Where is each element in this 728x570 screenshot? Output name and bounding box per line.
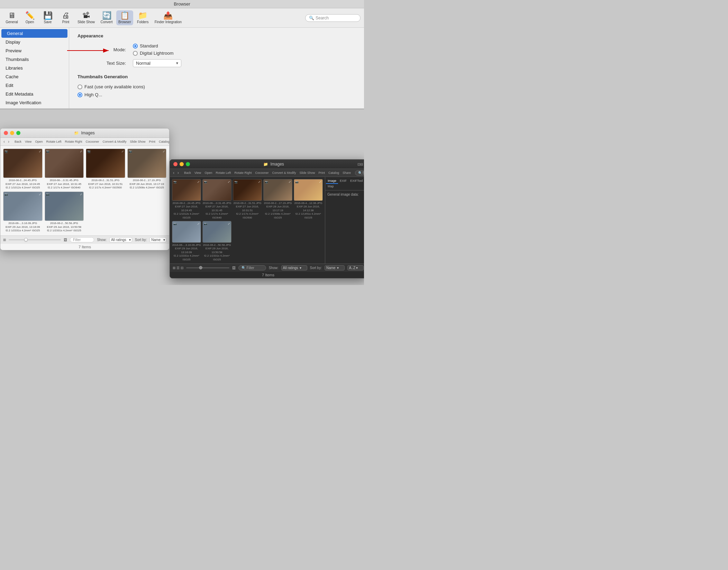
dark-photo-cell-1[interactable]: 📷 ⤢ 2016-06-2...24.45.JPGEXIF:27 Jun 201… — [172, 179, 201, 220]
dark-photo-cell-2[interactable]: 📷 ⤢ 2016-06-...0.31.45.JPGEXIF:27 Jun 20… — [202, 179, 231, 220]
dark-search-box[interactable]: 🔍 Search — [355, 170, 364, 176]
sidebar-item-libraries[interactable]: Libraries — [0, 64, 69, 72]
toolbar-print-d[interactable]: Print — [317, 170, 327, 175]
toolbar-cocooner[interactable]: Cocooner — [84, 139, 100, 144]
toolbar-view-d[interactable]: View — [193, 170, 202, 175]
dark-photo-cell-4[interactable]: 📷 ⤢ 2016-06-2...17.19.JPGEXIF:28 Jun 201… — [263, 179, 292, 220]
radio-digital-lightroom[interactable]: Digital Lightroom — [133, 51, 174, 56]
photo-cell-5[interactable]: 📷 ⤢ 2016-06-...3.16.09.JPGEXIF:29 Jun 20… — [3, 192, 43, 232]
cam-icon-d5: 📷 — [295, 180, 299, 184]
sort-label-l: Sort by: — [135, 238, 147, 242]
toolbar-folders[interactable]: 📁 Folders — [135, 10, 151, 25]
toolbar-convert-modify[interactable]: Convert & Modify — [101, 139, 128, 144]
toolbar-open[interactable]: ✏️ Open — [21, 10, 38, 25]
dark-photo-cell-7[interactable]: 📷 ⤢ 2016-06-2...50.58.JPGEXIF:29 Jun 201… — [202, 221, 231, 261]
toolbar-open-l[interactable]: Open — [34, 139, 44, 144]
sidebar-item-preview[interactable]: Preview — [0, 46, 69, 55]
toolbar-open-d[interactable]: Open — [203, 170, 213, 175]
view-mode-icons: ⊞ ☰ ⊟ — [173, 266, 183, 270]
toolbar-general[interactable]: 🖥 General — [3, 10, 20, 25]
photo-cell-1[interactable]: 📷 ⤢ 2016-06-2...24.45.JPGEXIF:27 Jun 201… — [3, 149, 43, 189]
toolbar-convert[interactable]: 🔄 Convert — [98, 10, 115, 25]
text-size-select[interactable]: Normal ▼ — [133, 59, 181, 67]
toolbar-rotate-left-d[interactable]: Rotate Left — [214, 170, 232, 175]
sidebar-item-cache[interactable]: Cache — [0, 72, 69, 81]
thumb-hq-option[interactable]: High Q... — [78, 92, 356, 97]
toolbar-finder[interactable]: 📤 Finder Integration — [153, 10, 184, 25]
back-nav-icon-dark[interactable]: ‹ — [172, 170, 175, 176]
toolbar-back[interactable]: Back — [13, 139, 23, 144]
toolbar-print-l[interactable]: Print — [148, 139, 157, 144]
zoom-thumb-dark — [199, 266, 202, 269]
toolbar-rotate-right-d[interactable]: Rotate Right — [233, 170, 253, 175]
slideshow-label: Slide Show — [78, 20, 95, 24]
thumb-hq-label: High Q... — [84, 92, 102, 97]
toolbar-slideshow-d[interactable]: Slide Show — [298, 170, 317, 175]
toolbar-share-d[interactable]: Share — [341, 170, 352, 175]
tab-exif[interactable]: EXIF — [338, 178, 348, 184]
minimize-btn-light[interactable] — [10, 131, 14, 135]
forward-nav-icon-dark[interactable]: › — [176, 170, 180, 176]
appearance-title: Appearance — [78, 33, 356, 38]
close-btn-dark[interactable] — [173, 162, 178, 166]
cam-icon-d2: 📷 — [204, 180, 207, 184]
folders-icon: 📁 — [138, 12, 147, 19]
show-dropdown-d[interactable]: All ratings ▾ — [281, 265, 307, 270]
tab-map[interactable]: Map — [326, 184, 336, 189]
photo-cell-4[interactable]: 📷 ⤢ 2016-06-2...17.19.JPGEXIF:28 Jun 201… — [127, 149, 167, 189]
filter-box-light[interactable]: Filter — [70, 237, 94, 242]
expand-icon-5: ⤢ — [39, 193, 41, 196]
toolbar-view[interactable]: View — [24, 139, 33, 144]
toolbar-print[interactable]: 🖨 Print — [57, 10, 74, 25]
toolbar-rotate-left[interactable]: Rotate Left — [45, 139, 63, 144]
settings-main: Appearance Mode: — [69, 28, 364, 108]
expand-icon-d2: ⤢ — [228, 180, 230, 184]
tab-exiftool[interactable]: EXIFTool — [348, 178, 364, 184]
zoom-slider-dark[interactable] — [186, 267, 229, 268]
filter-box-dark[interactable]: 🔍 Filter — [238, 265, 266, 270]
expand-icon-d3: ⤢ — [258, 180, 261, 184]
sidebar-item-edit-metadata[interactable]: Edit Metadata — [0, 90, 69, 98]
toolbar-convert-modify-d[interactable]: Convert & Modify — [271, 170, 298, 175]
photo-cell-3[interactable]: 📷 ⤢ 2016-06-2...31.51.JPGEXIF:27 Jun 201… — [86, 149, 125, 189]
top-search-box[interactable]: 🔍 Search — [305, 14, 361, 22]
photo-cell-2[interactable]: 📷 ⤢ 2016-06-...0.31.45.JPGEXIF:27 Jun 20… — [45, 149, 84, 189]
expand-icon-d1: ⤢ — [197, 180, 200, 184]
maximize-btn-dark[interactable] — [186, 162, 190, 166]
sort-dropdown-d[interactable]: Name ▾ — [325, 265, 345, 270]
sidebar-item-display[interactable]: Display — [0, 38, 69, 46]
toolbar-slideshow[interactable]: 📽 Slide Show — [75, 10, 97, 25]
toolbar-slideshow-l[interactable]: Slide Show — [129, 139, 147, 144]
dark-photo-cell-6[interactable]: 📷 ⤢ 2016-06-...3.16.09.JPGEXIF:29 Jun 20… — [172, 221, 201, 261]
thumb-fast-option[interactable]: Fast (use only available icons) — [78, 84, 356, 89]
tab-image[interactable]: Image — [326, 178, 338, 184]
show-dropdown-l[interactable]: All ratings ▾ — [109, 237, 132, 242]
sidebar-item-image-verification[interactable]: Image Verification — [0, 98, 69, 107]
sort-order-dd[interactable]: A..Z ▾ — [347, 265, 364, 270]
toolbar-save[interactable]: 💾 Save — [39, 10, 56, 25]
toolbar-rotate-right[interactable]: Rotate Right — [63, 139, 83, 144]
photo-thumb-6: 📷 ⤢ — [45, 192, 84, 221]
dark-window-title: 📁 Images — [192, 162, 355, 167]
photo-cell-6[interactable]: 📷 ⤢ 2016-06-2...50.58.JPGEXIF:29 Jun 201… — [45, 192, 84, 232]
photo-info-2: 2016-06-...0.31.45.JPGEXIF:27 Jun 2016, … — [47, 179, 81, 189]
maximize-btn-light[interactable] — [16, 131, 20, 135]
sidebar-item-general[interactable]: General — [1, 29, 67, 38]
sidebar-item-thumbnails[interactable]: Thumbnails — [0, 55, 69, 64]
dark-photo-cell-3[interactable]: 📷 ⤢ 2016-06-2...31.51.JPGEXIF:27 Jun 201… — [233, 179, 262, 220]
toolbar-catalog-d[interactable]: Catalog — [327, 170, 340, 175]
radio-standard[interactable]: Standard — [133, 43, 174, 48]
minimize-btn-dark[interactable] — [180, 162, 184, 166]
close-btn-light[interactable] — [4, 131, 8, 135]
toolbar-back-d[interactable]: Back — [183, 170, 192, 175]
toolbar-cocooner-d[interactable]: Cocooner — [254, 170, 270, 175]
sort-order-arrow: ▾ — [356, 266, 358, 270]
sort-dropdown-l[interactable]: Name ▾ — [149, 237, 166, 242]
forward-nav-icon[interactable]: › — [7, 139, 10, 144]
dark-photo-cell-5[interactable]: 📷 ⤢ 2016-06-4...12.36.JPGEXIF:28 Jun 201… — [294, 179, 323, 220]
toolbar-browser[interactable]: 📋 Browser — [116, 10, 133, 25]
zoom-slider[interactable] — [9, 239, 61, 240]
back-nav-icon[interactable]: ‹ — [2, 139, 6, 144]
toolbar-catalog[interactable]: Catalog — [157, 139, 170, 144]
sidebar-item-edit[interactable]: Edit — [0, 81, 69, 90]
